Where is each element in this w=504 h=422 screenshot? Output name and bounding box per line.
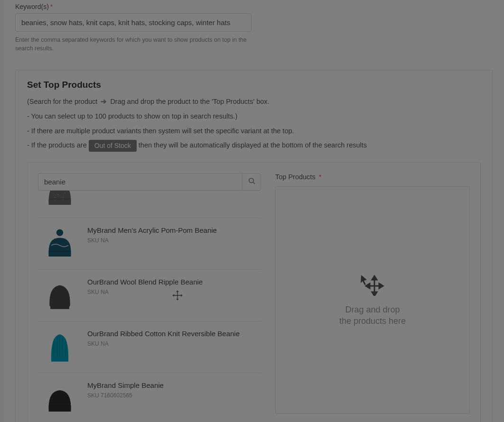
- drag-drop-icon: [359, 273, 386, 297]
- keywords-label: Keyword(s)*: [15, 3, 493, 10]
- set-top-instruction-2: - You can select up to 100 products to s…: [27, 110, 481, 122]
- product-thumb: [41, 191, 79, 211]
- set-top-instruction-3: - If there are multiple product variants…: [27, 125, 481, 137]
- set-top-products-panel: Set Top Products (Search for the product…: [15, 70, 493, 422]
- product-name: MyBrand Simple Beanie: [87, 381, 164, 390]
- product-sku: SKU NA: [87, 289, 203, 295]
- top-products-label: Top Products *: [275, 173, 470, 181]
- product-search-input[interactable]: [38, 173, 242, 191]
- svg-point-9: [56, 229, 63, 236]
- product-thumb: [41, 225, 79, 263]
- product-sku: SKU NA: [87, 340, 240, 347]
- svg-rect-13: [49, 405, 71, 412]
- set-top-instruction-1: (Search for the product ➔ Drag and drop …: [27, 96, 481, 108]
- search-result-item[interactable]: OurBrand Ribbed Cotton Knit Reversible B…: [38, 321, 261, 373]
- product-sku: SKU 7160602565: [87, 392, 164, 399]
- keywords-input[interactable]: [15, 13, 252, 32]
- product-sku: SKU NA: [87, 237, 217, 244]
- product-thumb: [41, 328, 79, 366]
- arrow-right-icon: ➔: [101, 98, 107, 105]
- svg-rect-2: [49, 199, 71, 205]
- search-result-item[interactable]: MyBrand Gray Marled Wool Beanie SKU NA: [38, 191, 261, 218]
- keywords-field: Keyword(s)* Enter the comma separated ke…: [15, 3, 493, 53]
- set-top-instruction-4: - If the products are Out of Stock then …: [27, 139, 481, 152]
- svg-point-7: [63, 197, 64, 198]
- search-results-list[interactable]: MyBrand Gray Marled Wool Beanie SKU NA M…: [38, 191, 261, 422]
- top-products-dropzone[interactable]: Drag and drop the products here: [275, 186, 470, 414]
- search-result-item[interactable]: MyBrand Men's Acrylic Pom-Pom Beanie SKU…: [38, 218, 261, 270]
- set-top-heading: Set Top Products: [27, 80, 481, 90]
- product-thumb: [41, 380, 79, 418]
- product-name: MyBrand Men's Acrylic Pom-Pom Beanie: [87, 226, 217, 235]
- product-sku: SKU NA: [87, 191, 199, 192]
- search-result-item[interactable]: OurBrand Wool Blend Ripple Beanie SKU NA: [38, 270, 261, 321]
- product-thumb: [41, 276, 79, 314]
- product-name: OurBrand Wool Blend Ripple Beanie: [87, 277, 203, 287]
- out-of-stock-badge: Out of Stock: [89, 140, 137, 152]
- svg-line-1: [253, 183, 255, 184]
- product-name: OurBrand Ribbed Cotton Knit Reversible B…: [87, 329, 240, 339]
- search-icon: [248, 177, 255, 186]
- svg-point-0: [249, 178, 253, 183]
- search-button[interactable]: [242, 173, 261, 191]
- svg-point-5: [65, 193, 65, 193]
- svg-rect-12: [51, 357, 68, 362]
- product-selection-panel: MyBrand Gray Marled Wool Beanie SKU NA M…: [27, 162, 481, 422]
- search-result-item[interactable]: MyBrand Simple Beanie SKU 7160602565: [38, 373, 261, 422]
- dropzone-text: Drag and drop the products here: [339, 304, 406, 327]
- svg-rect-11: [50, 304, 69, 309]
- keywords-helper: Enter the comma separated keywords for w…: [15, 36, 255, 53]
- svg-point-8: [54, 197, 55, 198]
- svg-point-6: [58, 194, 59, 195]
